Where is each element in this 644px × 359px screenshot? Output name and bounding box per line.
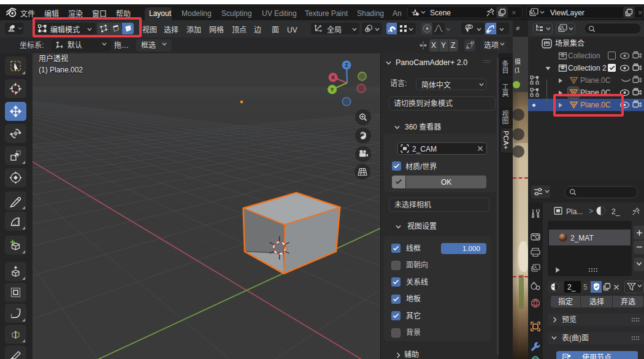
- svg-text:Z: Z: [345, 62, 348, 68]
- svg-text:X: X: [331, 74, 335, 80]
- svg-text:Y: Y: [331, 87, 334, 93]
